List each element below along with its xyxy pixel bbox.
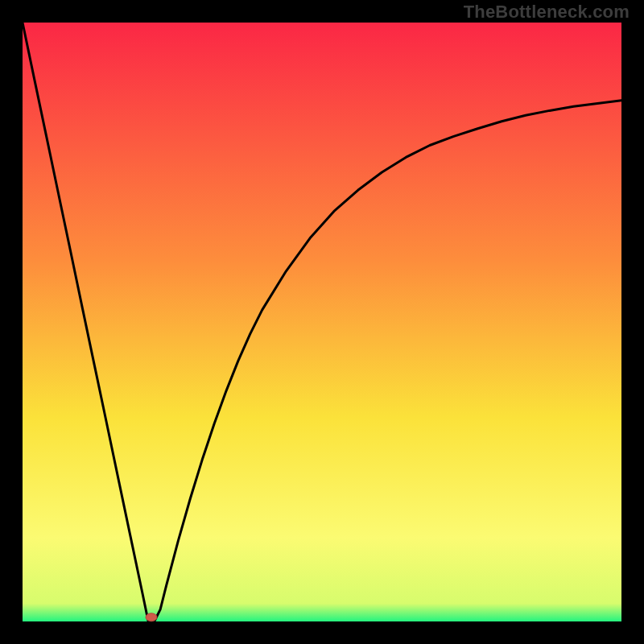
plot-background: [23, 23, 621, 621]
minimum-marker: [146, 613, 157, 621]
chart-frame: TheBottleneck.com: [0, 0, 644, 644]
bottleneck-chart: [0, 0, 644, 644]
watermark-text: TheBottleneck.com: [464, 2, 630, 23]
